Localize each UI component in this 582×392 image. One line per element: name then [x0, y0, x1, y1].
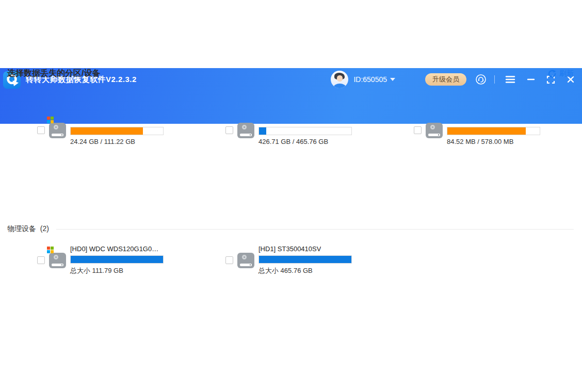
section-count: (2): [40, 224, 49, 233]
capacity-label: 426.71 GB / 465.76 GB: [258, 138, 352, 145]
device-card-hd0[interactable]: [HD0] WDC WDS120G1G0A-0... 总大小 111.79 GB: [37, 245, 164, 275]
windows-logo-icon: [47, 247, 54, 253]
usage-bar: [258, 127, 352, 135]
capacity-label: 24.24 GB / 111.22 GB: [70, 138, 164, 145]
card-checkbox[interactable]: [225, 256, 233, 264]
hard-drive-icon: [237, 253, 254, 268]
capacity-label: 总大小 465.76 GB: [258, 266, 352, 275]
avatar-shoulders: [334, 84, 346, 88]
hard-drive-icon: [49, 253, 66, 268]
device-name: [HD1] ST3500410SV: [258, 245, 321, 253]
section-divider: [56, 229, 574, 230]
device-list: [HD0] WDC WDS120G1G0A-0... 总大小 111.79 GB…: [0, 245, 582, 275]
section-label: 物理设备: [7, 224, 36, 233]
windows-logo-icon: [47, 117, 54, 123]
card-checkbox[interactable]: [37, 126, 45, 134]
hard-drive-icon: [49, 123, 66, 138]
capacity-label: 总大小 111.79 GB: [70, 266, 164, 275]
usage-bar: [70, 127, 164, 135]
usage-bar: [447, 127, 540, 135]
page-title: 选择数据丢失的分区/设备: [7, 68, 100, 79]
device-name: [HD0] WDC WDS120G1G0A-0...: [70, 245, 159, 253]
usage-bar: [70, 255, 164, 264]
card-checkbox[interactable]: [225, 126, 233, 134]
hard-drive-icon: [237, 123, 254, 138]
card-checkbox[interactable]: [37, 256, 45, 264]
capacity-label: 84.52 MB / 578.00 MB: [447, 138, 540, 145]
hard-drive-icon: [426, 123, 443, 138]
app-window: 转转大师数据恢复软件V2.2.3.2 ID:650505 升级会员: [0, 68, 582, 392]
device-card-hd1[interactable]: [HD1] ST3500410SV 总大小 465.76 GB: [225, 245, 352, 275]
refresh-button[interactable]: 刷新: [548, 69, 574, 78]
usage-bar: [258, 255, 352, 264]
section-header-devices: 物理设备 (2): [7, 224, 574, 234]
refresh-icon: [548, 70, 556, 78]
refresh-label: 刷新: [559, 69, 574, 78]
card-checkbox[interactable]: [414, 126, 422, 134]
